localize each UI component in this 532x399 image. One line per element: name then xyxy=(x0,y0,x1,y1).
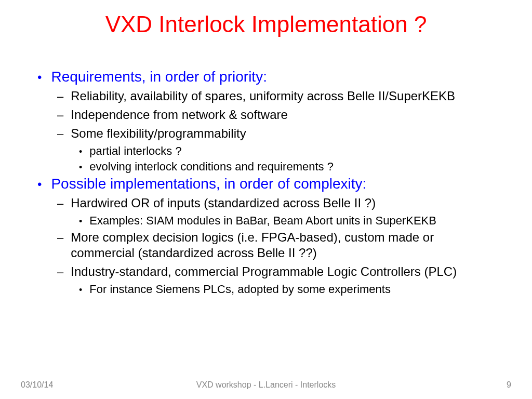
dash-icon: – xyxy=(57,127,63,141)
item-text: Some flexibility/programmability xyxy=(71,126,246,141)
bullet-icon: • xyxy=(79,147,82,156)
item-text: More complex decision logics (i.e. FPGA-… xyxy=(71,230,496,261)
item-text: Independence from network & software xyxy=(71,107,288,123)
item-text: Hardwired OR of inputs (standardized acr… xyxy=(71,195,376,211)
bullet-icon: • xyxy=(37,71,42,84)
dash-icon: – xyxy=(57,231,63,245)
slide-footer: 03/10/14 VXD workshop - L.Lanceri - Inte… xyxy=(0,380,532,390)
sub-list-item: • Examples: SIAM modules in BaBar, Beam … xyxy=(89,214,496,228)
list-item: – Some flexibility/programmability xyxy=(69,126,496,141)
subitem-text: evolving interlock conditions and requir… xyxy=(89,160,334,174)
slide-body: • Requirements, in order of priority: – … xyxy=(0,43,532,296)
subitem-text: Examples: SIAM modules in BaBar, Beam Ab… xyxy=(89,214,436,228)
dash-icon: – xyxy=(57,108,63,123)
list-item: – Industry-standard, commercial Programm… xyxy=(69,264,496,280)
heading-text: Possible implementations, in order of co… xyxy=(51,176,366,192)
sub-list-item: • partial interlocks ? xyxy=(89,144,496,158)
subitem-text: For instance Siemens PLCs, adopted by so… xyxy=(89,283,391,296)
footer-center: VXD workshop - L.Lanceri - Interlocks xyxy=(196,380,336,390)
subitem-text: partial interlocks ? xyxy=(89,144,181,158)
section-heading: • Possible implementations, in order of … xyxy=(52,176,496,192)
dash-icon: – xyxy=(57,196,63,211)
item-text: Reliability, availability of spares, uni… xyxy=(71,88,455,104)
list-item: – Independence from network & software xyxy=(69,107,496,123)
sub-list-item: • For instance Siemens PLCs, adopted by … xyxy=(89,283,496,296)
list-item: – More complex decision logics (i.e. FPG… xyxy=(69,230,496,261)
list-item: – Hardwired OR of inputs (standardized a… xyxy=(69,195,496,211)
bullet-icon: • xyxy=(79,163,82,172)
dash-icon: – xyxy=(57,265,63,280)
footer-page-number: 9 xyxy=(507,380,511,390)
heading-text: Requirements, in order of priority: xyxy=(51,69,267,85)
section-heading: • Requirements, in order of priority: xyxy=(52,69,496,85)
slide-title: VXD Interlock Implementation ? xyxy=(0,0,532,43)
bullet-icon: • xyxy=(79,217,82,226)
item-text: Industry-standard, commercial Programmab… xyxy=(71,264,457,280)
bullet-icon: • xyxy=(37,178,42,191)
sub-list-item: • evolving interlock conditions and requ… xyxy=(89,160,496,174)
dash-icon: – xyxy=(57,89,63,104)
footer-date: 03/10/14 xyxy=(21,380,53,390)
list-item: – Reliability, availability of spares, u… xyxy=(69,88,496,104)
bullet-icon: • xyxy=(79,285,82,295)
